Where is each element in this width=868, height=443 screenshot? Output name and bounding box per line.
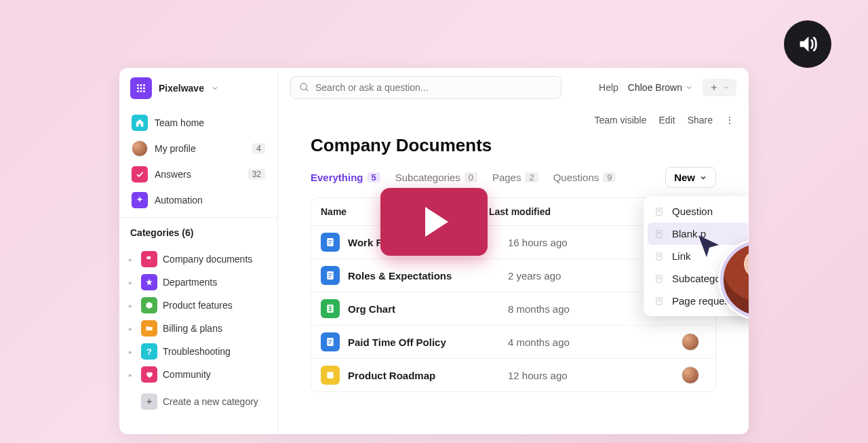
nav-label: Team home — [155, 117, 204, 128]
svg-point-2 — [143, 84, 145, 86]
chevron-right-icon: ▸ — [129, 371, 136, 379]
nav-label: Answers — [155, 169, 191, 180]
sound-toggle-button[interactable] — [784, 20, 831, 68]
document-icon — [321, 332, 340, 351]
category-product-features[interactable]: ▸ Product features — [126, 294, 271, 317]
doc-name: Org Chart — [348, 303, 508, 315]
new-top-button[interactable] — [703, 79, 736, 96]
avatar-icon — [132, 140, 148, 157]
create-category-label: Create a new category — [163, 396, 258, 407]
svg-point-9 — [300, 83, 307, 90]
tab-questions[interactable]: Questions 9 — [553, 172, 616, 183]
page-icon — [654, 229, 665, 239]
check-icon — [132, 166, 148, 182]
svg-point-0 — [137, 84, 139, 86]
workspace-name: Pixelwave — [159, 83, 204, 94]
doc-modified: 4 months ago — [508, 336, 682, 348]
spreadsheet-icon — [321, 299, 340, 318]
svg-point-3 — [137, 88, 139, 90]
doc-name: Roles & Expectations — [348, 270, 508, 282]
search-icon — [299, 82, 310, 93]
nav-label: Automation — [155, 195, 203, 206]
tab-everything[interactable]: Everything 5 — [311, 172, 380, 183]
tab-count: 2 — [525, 172, 538, 182]
tab-count: 5 — [368, 172, 380, 182]
badge-count: 4 — [252, 143, 265, 154]
chevron-right-icon: ▸ — [129, 302, 136, 309]
create-category-button[interactable]: Create a new category — [126, 390, 271, 413]
category-departments[interactable]: ▸ Departments — [126, 271, 271, 294]
page-toolbar: Team visible Edit Share ⋮ — [278, 108, 749, 126]
play-icon — [425, 207, 448, 237]
plus-icon — [709, 83, 719, 92]
nav-answers[interactable]: Answers 32 — [126, 161, 271, 187]
doc-name: Paid Time Off Policy — [348, 336, 508, 348]
categories-header: Categories (6) — [119, 217, 277, 244]
plus-icon — [141, 393, 157, 410]
svg-point-1 — [140, 84, 142, 86]
category-label: Departments — [163, 277, 217, 288]
document-icon — [321, 266, 340, 285]
document-icon — [321, 233, 340, 252]
category-troubleshooting[interactable]: ▸ ? Troubleshooting — [126, 340, 271, 363]
svg-point-8 — [143, 90, 145, 92]
home-icon — [132, 115, 148, 131]
category-label: Community — [163, 369, 211, 380]
svg-point-7 — [140, 90, 142, 92]
chevron-right-icon: ▸ — [129, 256, 136, 263]
help-link[interactable]: Help — [599, 82, 618, 93]
category-community[interactable]: ▸ Community — [126, 363, 271, 386]
table-row[interactable]: Product Roadmap 12 hours ago — [311, 359, 715, 391]
owner-avatar — [682, 333, 699, 351]
tab-pages[interactable]: Pages 2 — [492, 172, 538, 183]
topbar: Help Chloe Brown — [278, 68, 749, 108]
tabs: Everything 5 Subcategories 0 Pages 2 Que… — [311, 167, 716, 188]
doc-modified: 12 hours ago — [508, 370, 682, 381]
chevron-right-icon: ▸ — [129, 279, 136, 286]
share-button[interactable]: Share — [688, 115, 713, 126]
user-name: Chloe Brown — [628, 82, 682, 93]
search-input[interactable] — [290, 76, 561, 99]
table-row[interactable]: Paid Time Off Policy 4 months ago — [311, 326, 715, 359]
nav-automation[interactable]: Automation — [126, 187, 271, 213]
workspace-logo-icon — [130, 77, 152, 99]
cursor-icon — [696, 233, 723, 260]
visibility-label[interactable]: Team visible — [594, 115, 646, 126]
svg-point-5 — [143, 88, 145, 90]
main-content: Help Chloe Brown Team visible Edit Share… — [278, 68, 749, 434]
chevron-right-icon: ▸ — [129, 348, 136, 355]
tab-count: 0 — [465, 172, 477, 182]
tab-count: 9 — [603, 172, 616, 182]
svg-point-4 — [140, 88, 142, 90]
search-field[interactable] — [315, 82, 553, 93]
category-company-documents[interactable]: ▸ Company documents — [126, 248, 271, 271]
svg-point-6 — [137, 90, 139, 92]
dropdown-item-question[interactable]: Question — [648, 200, 748, 223]
workspace-switcher[interactable]: Pixelwave — [119, 68, 277, 106]
sparkle-icon — [132, 192, 148, 208]
folder-icon — [141, 320, 157, 336]
star-icon — [141, 274, 157, 290]
page-title: Company Documents — [311, 135, 716, 156]
svg-rect-14 — [327, 372, 333, 378]
nav-team-home[interactable]: Team home — [126, 110, 271, 136]
play-video-button[interactable] — [380, 188, 488, 256]
badge-count: 32 — [248, 169, 265, 180]
page-icon — [654, 296, 665, 306]
category-billing-plans[interactable]: ▸ Billing & plans — [126, 317, 271, 340]
tab-subcategories[interactable]: Subcategories 0 — [395, 172, 477, 183]
volume-icon — [796, 33, 819, 56]
edit-button[interactable]: Edit — [659, 115, 675, 126]
chevron-down-icon — [685, 83, 693, 92]
category-label: Company documents — [163, 254, 252, 265]
page-icon — [654, 252, 665, 261]
page-icon — [654, 207, 665, 216]
chevron-right-icon: ▸ — [129, 325, 136, 332]
new-dropdown-button[interactable]: New — [665, 167, 716, 188]
more-menu-button[interactable]: ⋮ — [725, 115, 734, 126]
chevron-down-icon — [723, 84, 730, 91]
user-menu[interactable]: Chloe Brown — [628, 82, 693, 93]
owner-avatar — [682, 366, 699, 384]
nav-my-profile[interactable]: My profile 4 — [126, 136, 271, 161]
note-icon — [321, 366, 340, 385]
